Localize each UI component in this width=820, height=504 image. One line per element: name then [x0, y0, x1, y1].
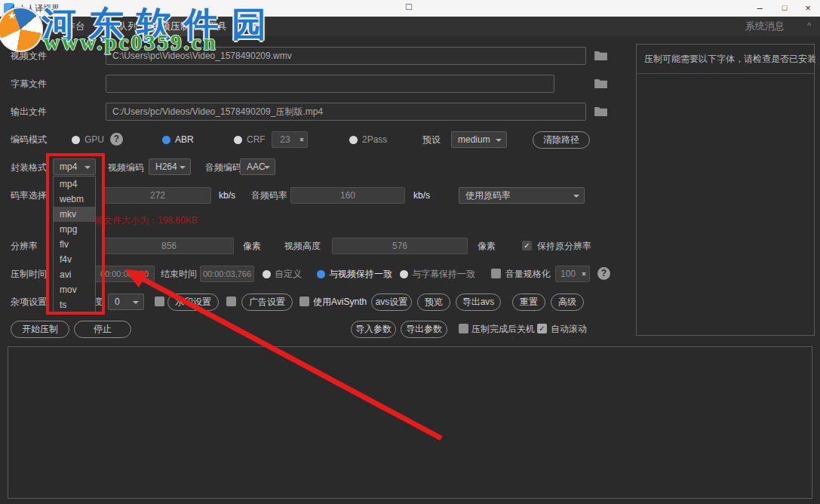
- watermark-checkbox[interactable]: [155, 297, 164, 306]
- advanced-button[interactable]: 高级: [551, 293, 584, 311]
- custom-time-label[interactable]: 自定义: [275, 265, 302, 283]
- audio-bitrate-field[interactable]: 160: [290, 187, 405, 204]
- audio-bitrate-label: 音频码率: [251, 186, 287, 204]
- keep-resolution-checkbox[interactable]: ✓: [522, 241, 532, 250]
- output-file-label: 输出文件: [11, 103, 47, 121]
- clear-path-button[interactable]: 清除路径: [533, 131, 590, 149]
- keep-resolution-label: 保持原分辨率: [537, 237, 591, 255]
- volume-help-icon[interactable]: ?: [597, 267, 610, 280]
- end-time-label: 结束时间: [161, 265, 197, 283]
- video-codec-select[interactable]: H264: [149, 158, 191, 175]
- autoscroll-label: 自动滚动: [551, 320, 587, 338]
- preview-button[interactable]: 预览: [417, 293, 450, 311]
- start-compress-button[interactable]: 开始压制: [11, 321, 69, 338]
- minimize-button[interactable]: –: [748, 0, 771, 17]
- preset-label: 预设: [422, 131, 441, 149]
- stepper-down-icon[interactable]: [582, 272, 586, 277]
- follow-video-radio[interactable]: [317, 270, 325, 278]
- volume-stepper[interactable]: 100: [555, 266, 590, 282]
- ad-checkbox[interactable]: [226, 297, 236, 306]
- bitrate-label: 码率选择: [11, 186, 47, 204]
- resolution-label: 分辨率: [11, 237, 38, 255]
- font-check-header: 压制可能需要以下字体，请检查是否已安装: [637, 45, 814, 74]
- system-message-link[interactable]: 系统消息: [745, 17, 785, 36]
- video-height-label: 视频高度: [284, 237, 321, 255]
- subtitle-file-label: 字幕文件: [11, 75, 47, 93]
- width-unit-label: 像素: [243, 237, 261, 255]
- ad-settings-button[interactable]: 广告设置: [241, 293, 293, 311]
- misc-settings-label: 杂项设置: [11, 293, 47, 311]
- volume-normalize-label: 音量规格化: [505, 265, 551, 283]
- gpu-radio-label[interactable]: GPU: [84, 131, 104, 149]
- close-button[interactable]: ×: [797, 0, 819, 17]
- watermark-site-url: www.pc0359.cn: [44, 30, 218, 55]
- maximize-button[interactable]: □: [773, 0, 796, 17]
- watermark-settings-button[interactable]: 水印设置: [167, 293, 219, 311]
- video-bitrate-field[interactable]: 272: [104, 187, 211, 204]
- annotation-highlight-rectangle: [46, 153, 105, 315]
- stop-button[interactable]: 停止: [74, 321, 131, 338]
- crf-radio-label[interactable]: CRF: [247, 131, 266, 149]
- export-params-button[interactable]: 导出参数: [401, 321, 447, 338]
- gpu-radio[interactable]: [72, 136, 80, 144]
- follow-subtitle-label[interactable]: 与字幕保持一致: [412, 265, 475, 283]
- browse-video-folder-icon[interactable]: [594, 50, 608, 61]
- avisynth-label: 使用AviSynth: [313, 293, 367, 311]
- browse-subtitle-folder-icon[interactable]: [594, 78, 608, 89]
- two-pass-radio-label[interactable]: 2Pass: [362, 131, 387, 149]
- audio-codec-select[interactable]: AAC: [240, 158, 275, 175]
- bitrate-mode-select[interactable]: 使用原码率: [459, 187, 585, 204]
- stepper-down-icon[interactable]: [299, 138, 304, 143]
- crf-radio[interactable]: [234, 136, 242, 144]
- avisynth-checkbox[interactable]: [299, 297, 309, 306]
- custom-time-radio[interactable]: [263, 270, 271, 278]
- shutdown-label: 压制完成后关机: [471, 320, 535, 338]
- crf-value-stepper[interactable]: 23: [272, 131, 308, 148]
- log-output-area[interactable]: [8, 346, 812, 499]
- encode-mode-label: 编码模式: [11, 131, 47, 149]
- autoscroll-checkbox[interactable]: ✓: [537, 324, 547, 333]
- preset-select[interactable]: medium: [451, 131, 507, 148]
- reset-button[interactable]: 重置: [512, 293, 545, 311]
- output-file-input[interactable]: [106, 103, 586, 121]
- follow-video-label[interactable]: 与视频保持一致: [329, 265, 392, 283]
- audio-codec-label: 音频编码: [205, 158, 241, 177]
- avs-settings-button[interactable]: avs设置: [371, 293, 412, 311]
- app-window: 人人译视界 □ – □ × 工作台 文件队列 视频压制 小工具 设置 系统消息 …: [0, 0, 820, 504]
- audio-bitrate-unit: kb/s: [413, 186, 430, 204]
- export-avs-button[interactable]: 导出avs: [456, 293, 501, 311]
- height-unit-label: 像素: [478, 237, 496, 255]
- compress-time-label: 压制时间: [11, 265, 47, 283]
- chevron-up-icon[interactable]: ^: [807, 17, 811, 36]
- abr-radio[interactable]: [162, 136, 170, 144]
- titlebar-center-glyph: □: [406, 1, 412, 12]
- abr-radio-label[interactable]: ABR: [175, 131, 194, 149]
- gpu-help-icon[interactable]: ?: [110, 133, 123, 146]
- font-check-panel: 压制可能需要以下字体，请检查是否已安装: [636, 44, 815, 336]
- watermark-star-icon: ★: [8, 10, 17, 21]
- shutdown-checkbox[interactable]: [459, 324, 468, 333]
- video-bitrate-unit: kb/s: [219, 186, 235, 204]
- video-height-field[interactable]: 576: [332, 238, 468, 254]
- subtitle-file-input[interactable]: [106, 75, 554, 93]
- container-format-label: 封装格式: [11, 158, 47, 177]
- rotate-angle-select[interactable]: 0: [108, 293, 144, 310]
- two-pass-radio[interactable]: [349, 136, 358, 144]
- end-time-field[interactable]: 00:00:03,766: [200, 266, 254, 282]
- watermark-logo: [0, 7, 43, 52]
- import-params-button[interactable]: 导入参数: [351, 321, 396, 338]
- follow-subtitle-radio[interactable]: [400, 270, 408, 278]
- video-width-field[interactable]: 856: [104, 238, 234, 254]
- video-codec-label: 视频编码: [108, 158, 144, 177]
- volume-normalize-checkbox[interactable]: [491, 269, 501, 278]
- browse-output-folder-icon[interactable]: [594, 106, 608, 117]
